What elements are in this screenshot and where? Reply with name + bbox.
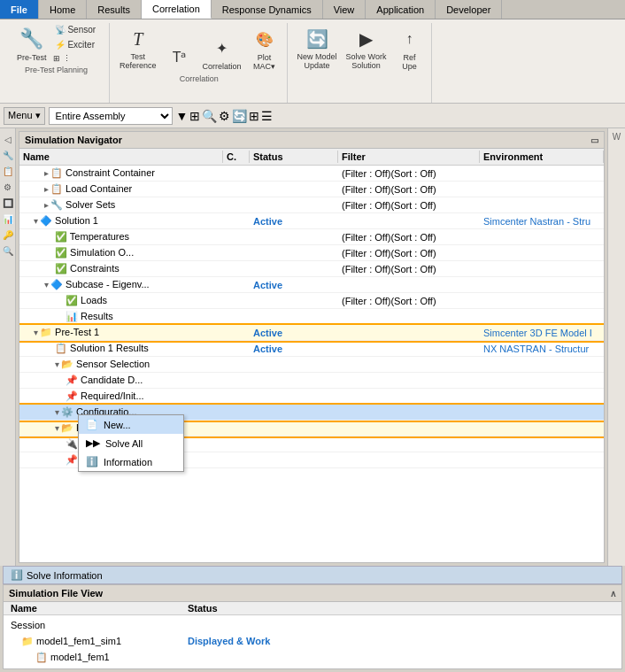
new-model-update-btn[interactable]: 🔄 New ModelUpdate [295,23,340,73]
row-c [223,428,250,429]
collapse-all-icon[interactable]: ☰ [261,109,273,123]
table-row[interactable]: ▾🔷 Solution 1 Active Simcenter Nastran -… [19,213,604,229]
table-row[interactable]: ▸🔧 Solver Sets (Filter : Off)(Sort : Off… [19,197,604,213]
tab-view[interactable]: View [323,0,367,19]
exciter-btn[interactable]: ⚡ Exciter [52,38,97,51]
sidebar-icon-4[interactable]: ⚙ [1,180,15,194]
solve-info-label: Solve Information [27,570,103,581]
list-item[interactable]: 📁 model1_fem1_sim1 Displayed & Work [4,633,621,649]
solve-work-label: Solve WorkSolution [346,53,387,71]
tree-header: Name C. Status Filter Environment [19,149,604,166]
ctx-solve-all[interactable]: ▶▶ Solve All [79,434,183,452]
correlation-group-label: Correlation [180,74,219,83]
sidebar-icon-5[interactable]: 🔲 [1,196,15,210]
assembly-select[interactable]: Entire Assembly Selection [49,107,173,125]
ref-update-label: RefUpe [402,53,417,71]
view-icon[interactable]: 🔍 [202,109,217,123]
list-item[interactable]: Session [4,617,621,633]
row-c [223,220,250,222]
tab-file[interactable]: File [0,0,39,19]
sidebar-icon-6[interactable]: 📊 [1,212,15,226]
table-row[interactable]: ▸📋 Load Container (Filter : Off)(Sort : … [19,182,604,197]
ctx-new[interactable]: 📄 New... [79,415,183,434]
row-env: Simcenter Nastran - Stru [480,215,604,228]
sidebar-icon-7[interactable]: 🔑 [1,228,15,242]
tab-application[interactable]: Application [366,0,436,19]
filter-icon[interactable]: ▼ [176,109,189,123]
sort-icon[interactable]: ⊞ [189,109,200,123]
test-ref-icon: T [124,25,152,53]
table-row[interactable]: 📌 Candidate D... [19,373,604,389]
table-row[interactable]: ✅ Constraints (Filter : Off)(Sort : Off) [19,261,604,277]
solve-info-bar: ℹ️ Solve Information [3,566,622,584]
row-c [223,396,250,398]
table-row[interactable]: ✅ Loads (Filter : Off)(Sort : Off) [19,293,604,309]
menu-button[interactable]: Menu ▾ [4,107,45,125]
row-env [480,252,604,254]
row-env [480,364,604,366]
sensor-label: Sensor [67,25,96,35]
sidebar-icon-1[interactable]: ◁ [1,132,15,146]
table-row[interactable]: ✅ Simulation O... (Filter : Off)(Sort : … [19,245,604,261]
expand-all-icon[interactable]: ⊞ [249,109,259,123]
correlation-ta-btn[interactable]: Tᵃ [163,41,197,73]
list-item[interactable]: 📋 model1_fem1 [4,649,621,665]
file-view-collapse-btn[interactable]: ∧ [610,589,616,599]
row-env [480,396,604,398]
navigator-title: Simulation Navigator [25,135,122,145]
pretest-btn[interactable]: 🔧 Pre-Test [14,23,50,64]
tab-response-dynamics[interactable]: Response Dynamics [212,0,323,19]
col-status: Status [250,151,338,163]
sidebar-icon-3[interactable]: 📋 [1,164,15,178]
ref-update-btn[interactable]: ↑ RefUpe [392,23,426,73]
solve-work-btn[interactable]: ▶ Solve WorkSolution [343,23,390,73]
row-status [250,364,338,366]
main-app-container: ◁ 🔧 📋 ⚙ 🔲 📊 🔑 🔍 Simulation Navigator ▭ N… [0,128,625,566]
sensor-btn[interactable]: 📡 Sensor [52,23,98,36]
test-ref-btn[interactable]: T TestReference [117,23,159,73]
plot-mac-btn[interactable]: 🎨 PlotMAC▾ [248,23,282,73]
row-name: ▾📂 Sensor Selection [19,358,223,371]
table-row[interactable]: 📋 Solution 1 Results Active NX NASTRAN -… [19,341,604,357]
table-row[interactable]: 📊 Results [19,309,604,325]
settings-icon[interactable]: ⚙ [219,109,230,123]
table-row[interactable]: 📌 Required/Init... [19,389,604,405]
extra-btns: ⊞ ⋮ [52,53,98,64]
sidebar-icon-2[interactable]: 🔧 [1,148,15,162]
ctx-new-label: New... [104,420,131,430]
col-name: Name [19,151,223,163]
exciter-row: ⚡ Exciter [52,38,98,51]
row-name: ▸📋 Constraint Container [19,166,223,180]
pretest-items: 🔧 Pre-Test 📡 Sensor ⚡ Exciter ⊞ [14,23,98,64]
ctx-information[interactable]: ℹ️ Information [79,452,183,471]
sensor-icon: 📡 [55,25,66,35]
expand-icon: ▸ [44,200,49,210]
row-filter [338,348,480,350]
pretest-sub-group: 📡 Sensor ⚡ Exciter ⊞ ⋮ [52,23,98,64]
table-row[interactable]: ▸📋 Constraint Container (Filter : Off)(S… [19,166,604,182]
row-c [223,284,250,286]
refresh-icon[interactable]: 🔄 [232,109,247,123]
tab-developer[interactable]: Developer [436,0,502,19]
table-row[interactable]: ▾📂 Sensor Selection [19,357,604,373]
sidebar-icon-8[interactable]: 🔍 [1,243,15,258]
row-status [250,189,338,190]
toolbar-icons: ▼ ⊞ 🔍 ⚙ 🔄 ⊞ ☰ [176,109,274,123]
table-row[interactable]: ✅ Temperatures (Filter : Off)(Sort : Off… [19,229,604,245]
table-row[interactable]: ▾🔷 Subcase - Eigenv... Active [19,277,604,293]
row-name: ▾🔷 Subcase - Eigenv... [19,278,223,291]
pretest1-row-c [223,332,250,334]
tab-home[interactable]: Home [39,0,87,19]
extra-btn2[interactable]: ⋮ [62,53,72,64]
extra-btn1[interactable]: ⊞ [52,53,61,64]
navigator-collapse-btn[interactable]: ▭ [590,135,598,145]
right-icon-1[interactable]: W [613,128,621,142]
simulation-file-view: Simulation File View ∧ Name Status Sessi… [3,584,622,669]
ref-update-icon: ↑ [395,25,423,53]
correlation-btn[interactable]: ✦ Correlation [200,32,244,73]
table-row[interactable]: ▾📁 Pre-Test 1 Active Simcenter 3D FE Mod… [19,325,604,341]
row-c [223,236,250,238]
row-env [480,268,604,270]
tab-correlation[interactable]: Correlation [142,0,212,19]
tab-results[interactable]: Results [87,0,142,19]
